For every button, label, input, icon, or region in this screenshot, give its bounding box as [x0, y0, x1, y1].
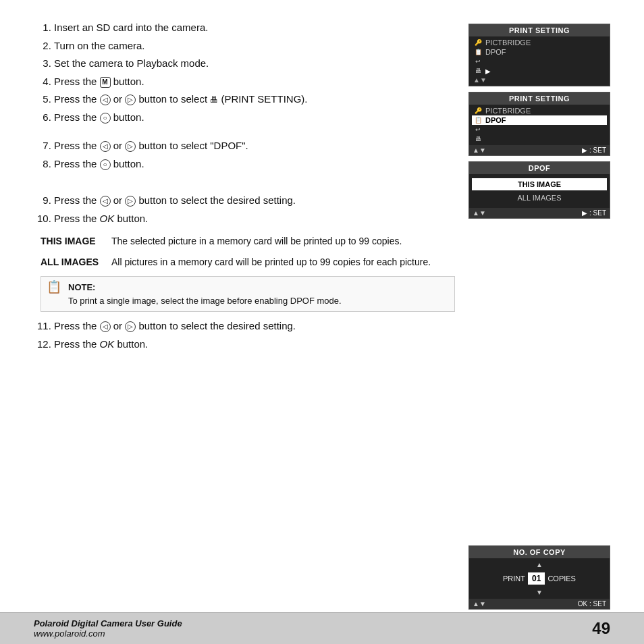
panel2-row-dpof: 📋 DPOF: [472, 115, 607, 125]
step-12: Press the OK button.: [54, 337, 455, 352]
right-column: PRINT SETTING 🔑 PICTBRIDGE 📋 DPOF ↩ 🖶: [468, 20, 610, 612]
step-1: Insert an SD card into the camera.: [54, 20, 455, 36]
ok-button-icon2: ○: [100, 159, 111, 170]
instructions-part1: Insert an SD card into the camera. Turn …: [41, 20, 455, 125]
panel1-row-pictbridge: 🔑 PICTBRIDGE: [472, 38, 607, 47]
note-text: To print a single image, select the imag…: [68, 294, 342, 308]
step-5: Press the ◁ or ▷ button to select 🖶 (PRI…: [54, 92, 455, 107]
panel4-copy-row: PRINT 01 COPIES: [472, 570, 607, 587]
page-number: 49: [592, 619, 610, 638]
ok-button-icon: ○: [100, 113, 111, 124]
m-button-icon: M: [100, 77, 111, 88]
page: Insert an SD card into the camera. Turn …: [0, 0, 644, 644]
panel3-footer-right: ▶ : SET: [582, 209, 606, 217]
back-icon-2: ↩: [473, 126, 483, 134]
panel-no-of-copy: NO. OF COPY ▲ PRINT 01 COPIES ▼ ▲▼ OK : …: [468, 545, 610, 610]
instructions-part2: Press the ◁ or ▷ button to select "DPOF"…: [41, 138, 455, 171]
panel3-footer: ▲▼ ▶ : SET: [469, 208, 610, 218]
step-8: Press the ○ button.: [54, 157, 455, 172]
panel1-row-nav: ▲▼: [472, 76, 607, 84]
all-images-text: All pictures in a memory card will be pr…: [111, 255, 455, 269]
step-6: Press the ○ button.: [54, 110, 455, 126]
panel1-row-dpof: 📋 DPOF: [472, 47, 607, 57]
print-icon: 🖶: [210, 94, 218, 106]
instructions-part3: Press the ◁ or ▷ button to select the de…: [41, 193, 455, 226]
lower-instructions: Press the ◁ or ▷ button to select the de…: [41, 319, 455, 352]
list-icon-1: 📋: [473, 48, 483, 56]
ok-text2: OK: [100, 338, 115, 350]
left-button-icon3: ◁: [100, 196, 111, 207]
this-image-label: THIS IMAGE: [41, 234, 101, 248]
note-section: 📋 NOTE: To print a single image, select …: [41, 276, 455, 312]
this-image-text: The selected picture in a memory card wi…: [111, 234, 455, 248]
step-11: Press the ◁ or ▷ button to select the de…: [54, 319, 455, 334]
panel-dpof: DPOF THIS IMAGE ALL IMAGES ▲▼ ▶ : SET: [468, 161, 610, 219]
panel4-body: ▲ PRINT 01 COPIES ▼: [469, 558, 610, 599]
note-content: NOTE: To print a single image, select th…: [68, 281, 342, 307]
panel4-copies-number: 01: [528, 572, 545, 585]
panel4-footer: ▲▼ OK : SET: [469, 599, 610, 609]
note-title: NOTE:: [68, 281, 342, 294]
content-area: Insert an SD card into the camera. Turn …: [0, 0, 644, 612]
footer-url: www.polaroid.com: [34, 628, 182, 639]
step-9: Press the ◁ or ▷ button to select the de…: [54, 193, 455, 209]
all-images-desc-row: ALL IMAGES All pictures in a memory card…: [41, 255, 455, 269]
print-icon-1: 🖶: [473, 67, 483, 75]
panel4-arrow-up: ▲: [472, 560, 607, 570]
panel4-print-label: PRINT: [503, 574, 525, 583]
ok-text: OK: [100, 213, 115, 224]
step-3: Set the camera to Playback mode.: [54, 56, 455, 72]
panel4-footer-right: OK : SET: [578, 600, 606, 608]
list-icon-2: 📋: [473, 116, 483, 124]
panel2-header: PRINT SETTING: [469, 92, 610, 105]
panel-print-setting-1: PRINT SETTING 🔑 PICTBRIDGE 📋 DPOF ↩ 🖶: [468, 24, 610, 86]
panel3-this-image: THIS IMAGE: [472, 178, 607, 190]
panel2-row-pictbridge: 🔑 PICTBRIDGE: [472, 106, 607, 115]
back-icon-1: ↩: [473, 57, 483, 65]
panel-print-setting-2: PRINT SETTING 🔑 PICTBRIDGE 📋 DPOF ↩ 🖶: [468, 92, 610, 156]
step-2: Turn on the camera.: [54, 38, 455, 54]
step-7: Press the ◁ or ▷ button to select "DPOF"…: [54, 138, 455, 154]
panel2-row-back: ↩: [472, 125, 607, 134]
panel3-footer-left: ▲▼: [473, 209, 486, 217]
panel3-body: THIS IMAGE ALL IMAGES: [469, 174, 610, 208]
panel1-header: PRINT SETTING: [469, 24, 610, 36]
panel3-all-images: ALL IMAGES: [472, 192, 607, 204]
left-button-icon: ◁: [100, 95, 111, 105]
panel2-footer: ▲▼ ▶ : SET: [469, 145, 610, 155]
panel4-header: NO. OF COPY: [469, 546, 610, 558]
left-button-icon4: ◁: [100, 321, 111, 332]
panel4-footer-left: ▲▼: [473, 600, 486, 608]
key-icon-2: 🔑: [473, 107, 483, 115]
footer-title: Polaroid Digital Camera User Guide: [34, 618, 182, 628]
left-column: Insert an SD card into the camera. Turn …: [41, 20, 468, 612]
right-button-icon3: ▷: [125, 196, 136, 207]
note-icon: 📋: [47, 281, 61, 307]
panel1-row-back: ↩: [472, 57, 607, 66]
panel3-header: DPOF: [469, 162, 610, 174]
panel4-copies-label: COPIES: [547, 574, 576, 583]
this-image-desc-row: THIS IMAGE The selected picture in a mem…: [41, 234, 455, 248]
panel4-arrow-down: ▼: [472, 587, 607, 597]
description-section: THIS IMAGE The selected picture in a mem…: [41, 234, 455, 269]
right-button-icon: ▷: [125, 95, 136, 105]
panel2-footer-right: ▶ : SET: [582, 146, 606, 154]
right-button-icon4: ▷: [125, 321, 136, 332]
panel1-body: 🔑 PICTBRIDGE 📋 DPOF ↩ 🖶 ▶: [469, 36, 610, 86]
right-button-icon2: ▷: [125, 141, 136, 152]
step-10: Press the OK button.: [54, 211, 455, 227]
bottom-left: Polaroid Digital Camera User Guide www.p…: [34, 618, 182, 639]
left-button-icon2: ◁: [100, 141, 111, 152]
panel1-row-print: 🖶 ▶: [472, 66, 607, 76]
panel2-footer-left: ▲▼: [473, 146, 486, 154]
key-icon-1: 🔑: [473, 38, 483, 47]
panel2-body: 🔑 PICTBRIDGE 📋 DPOF ↩ 🖶: [469, 105, 610, 145]
print-icon-2: 🖶: [473, 135, 483, 143]
step-4: Press the M button.: [54, 74, 455, 90]
panel2-row-print: 🖶: [472, 134, 607, 144]
bottom-bar: Polaroid Digital Camera User Guide www.p…: [0, 612, 644, 644]
all-images-label: ALL IMAGES: [41, 255, 101, 269]
